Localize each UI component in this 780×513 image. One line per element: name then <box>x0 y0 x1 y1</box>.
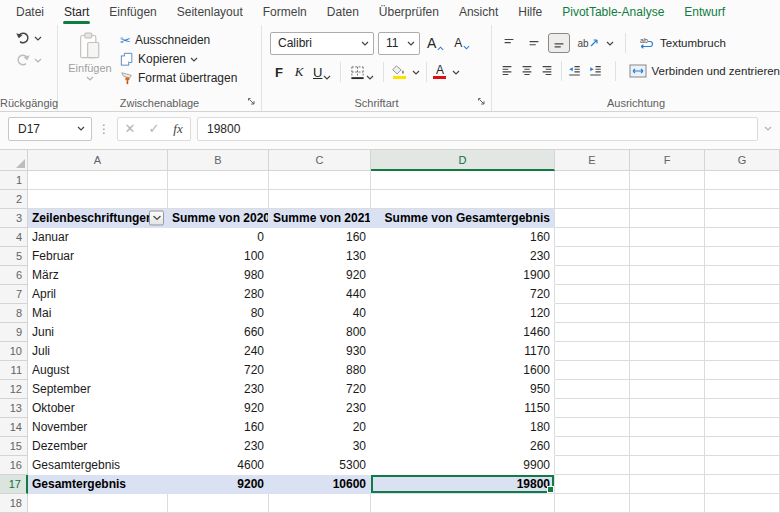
cell-G12[interactable] <box>705 380 780 399</box>
cell-F4[interactable] <box>630 228 705 247</box>
cell-A12[interactable]: September <box>28 380 168 399</box>
chevron-down-icon[interactable] <box>34 36 42 41</box>
column-header-D[interactable]: D <box>371 150 555 171</box>
cell-B13[interactable]: 920 <box>168 399 269 418</box>
cell-B10[interactable]: 240 <box>168 342 269 361</box>
cell-C13[interactable]: 230 <box>269 399 371 418</box>
cell-D11[interactable]: 1600 <box>371 361 555 380</box>
column-header-E[interactable]: E <box>555 150 630 171</box>
row-header-11[interactable]: 11 <box>0 361 28 380</box>
cell-F5[interactable] <box>630 247 705 266</box>
cell-E4[interactable] <box>555 228 630 247</box>
cell-G5[interactable] <box>705 247 780 266</box>
cell-F7[interactable] <box>630 285 705 304</box>
cell-D2[interactable] <box>371 190 555 209</box>
cell-D3[interactable]: Summe von Gesamtergebnis <box>371 209 555 228</box>
cell-E3[interactable] <box>555 209 630 228</box>
cell-A17[interactable]: Gesamtergebnis <box>28 475 168 494</box>
undo-button[interactable] <box>15 30 42 46</box>
cell-B6[interactable]: 980 <box>168 266 269 285</box>
cell-G17[interactable] <box>705 475 780 494</box>
copy-button[interactable]: Kopieren <box>120 52 237 66</box>
cell-C8[interactable]: 40 <box>269 304 371 323</box>
cell-B3[interactable]: Summe von 2020 <box>168 209 269 228</box>
column-header-C[interactable]: C <box>269 150 371 171</box>
chevron-down-icon[interactable] <box>407 41 415 46</box>
cell-D8[interactable]: 120 <box>371 304 555 323</box>
cell-B8[interactable]: 80 <box>168 304 269 323</box>
cell-D9[interactable]: 1460 <box>371 323 555 342</box>
cell-F17[interactable] <box>630 475 705 494</box>
column-header-B[interactable]: B <box>168 150 269 171</box>
tab-hilfe[interactable]: Hilfe <box>508 0 552 25</box>
cell-E13[interactable] <box>555 399 630 418</box>
row-header-14[interactable]: 14 <box>0 418 28 437</box>
cell-B18[interactable] <box>168 494 269 513</box>
cell-F6[interactable] <box>630 266 705 285</box>
chevron-down-icon[interactable] <box>366 75 374 80</box>
cell-D17[interactable]: 19800 <box>371 475 555 494</box>
column-header-F[interactable]: F <box>630 150 705 171</box>
underline-button[interactable]: U <box>310 63 334 82</box>
tab-ueberpruefen[interactable]: Überprüfen <box>369 0 449 25</box>
row-header-12[interactable]: 12 <box>0 380 28 399</box>
cell-G15[interactable] <box>705 437 780 456</box>
cell-C16[interactable]: 5300 <box>269 456 371 475</box>
cell-D5[interactable]: 230 <box>371 247 555 266</box>
cell-D13[interactable]: 1150 <box>371 399 555 418</box>
tab-ansicht[interactable]: Ansicht <box>449 0 508 25</box>
cell-D14[interactable]: 180 <box>371 418 555 437</box>
row-header-1[interactable]: 1 <box>0 171 28 190</box>
enter-button[interactable]: ✓ <box>142 121 166 136</box>
row-header-10[interactable]: 10 <box>0 342 28 361</box>
cell-C3[interactable]: Summe von 2021 <box>269 209 371 228</box>
tab-pivottable-analyse[interactable]: PivotTable-Analyse <box>552 0 674 25</box>
row-header-8[interactable]: 8 <box>0 304 28 323</box>
cell-B7[interactable]: 280 <box>168 285 269 304</box>
cell-A9[interactable]: Juni <box>28 323 168 342</box>
cell-E8[interactable] <box>555 304 630 323</box>
chevron-down-icon[interactable] <box>34 58 42 63</box>
name-box[interactable]: D17 <box>8 117 92 141</box>
tab-datei[interactable]: Datei <box>6 0 54 25</box>
cell-E5[interactable] <box>555 247 630 266</box>
cell-A4[interactable]: Januar <box>28 228 168 247</box>
cell-E11[interactable] <box>555 361 630 380</box>
cell-G9[interactable] <box>705 323 780 342</box>
tab-formeln[interactable]: Formeln <box>253 0 317 25</box>
cell-A8[interactable]: Mai <box>28 304 168 323</box>
cell-D16[interactable]: 9900 <box>371 456 555 475</box>
cell-E12[interactable] <box>555 380 630 399</box>
row-header-7[interactable]: 7 <box>0 285 28 304</box>
italic-button[interactable]: K <box>290 62 308 82</box>
tab-start[interactable]: Start <box>54 0 99 25</box>
cell-B4[interactable]: 0 <box>168 228 269 247</box>
chevron-down-icon[interactable] <box>323 75 331 80</box>
row-header-6[interactable]: 6 <box>0 266 28 285</box>
cell-B15[interactable]: 230 <box>168 437 269 456</box>
cell-G13[interactable] <box>705 399 780 418</box>
cell-A6[interactable]: März <box>28 266 168 285</box>
cell-G3[interactable] <box>705 209 780 228</box>
increase-indent-button[interactable] <box>587 61 604 81</box>
cell-G1[interactable] <box>705 171 780 190</box>
cell-B1[interactable] <box>168 171 269 190</box>
cell-G16[interactable] <box>705 456 780 475</box>
cell-D6[interactable]: 1900 <box>371 266 555 285</box>
cancel-button[interactable]: ✕ <box>118 121 142 136</box>
cell-G8[interactable] <box>705 304 780 323</box>
cell-B9[interactable]: 660 <box>168 323 269 342</box>
row-header-13[interactable]: 13 <box>0 399 28 418</box>
cell-E9[interactable] <box>555 323 630 342</box>
cell-E2[interactable] <box>555 190 630 209</box>
fill-color-button[interactable] <box>390 64 408 80</box>
bold-button[interactable]: F <box>270 63 288 82</box>
cell-F9[interactable] <box>630 323 705 342</box>
font-name-combo[interactable]: Calibri <box>270 32 374 55</box>
decrease-font-size-button[interactable]: A <box>451 34 473 52</box>
cell-B11[interactable]: 720 <box>168 361 269 380</box>
wrap-text-button[interactable]: ab Textumbruch <box>639 36 726 50</box>
decrease-indent-button[interactable] <box>566 61 583 81</box>
align-left-button[interactable] <box>498 61 515 81</box>
cell-F1[interactable] <box>630 171 705 190</box>
